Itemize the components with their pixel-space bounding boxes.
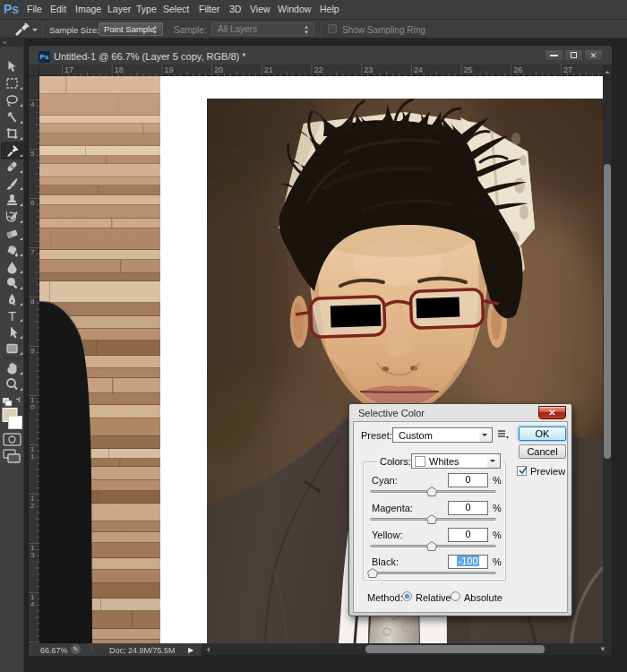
svg-text:4: 4	[30, 600, 35, 608]
svg-text:21: 21	[264, 65, 273, 74]
svg-text:22: 22	[314, 65, 323, 74]
svg-text:6: 6	[30, 199, 35, 207]
svg-text:7: 7	[30, 248, 35, 256]
svg-text:5: 5	[30, 150, 35, 158]
svg-text:8: 8	[30, 297, 35, 306]
svg-text:4: 4	[30, 100, 35, 108]
svg-text:18: 18	[115, 65, 124, 74]
svg-text:9: 9	[30, 347, 35, 355]
svg-text:20: 20	[214, 65, 223, 74]
svg-text:1: 1	[30, 452, 35, 461]
svg-text:3: 3	[30, 551, 35, 559]
svg-text:19: 19	[164, 65, 173, 74]
svg-text:T: T	[8, 308, 16, 323]
svg-text:27: 27	[563, 65, 572, 74]
svg-text:0: 0	[30, 403, 35, 411]
svg-text:25: 25	[464, 65, 473, 74]
svg-text:2: 2	[30, 502, 35, 510]
svg-text:24: 24	[414, 65, 423, 74]
svg-text:26: 26	[513, 65, 522, 74]
svg-text:23: 23	[364, 65, 373, 74]
svg-text:17: 17	[64, 65, 73, 74]
